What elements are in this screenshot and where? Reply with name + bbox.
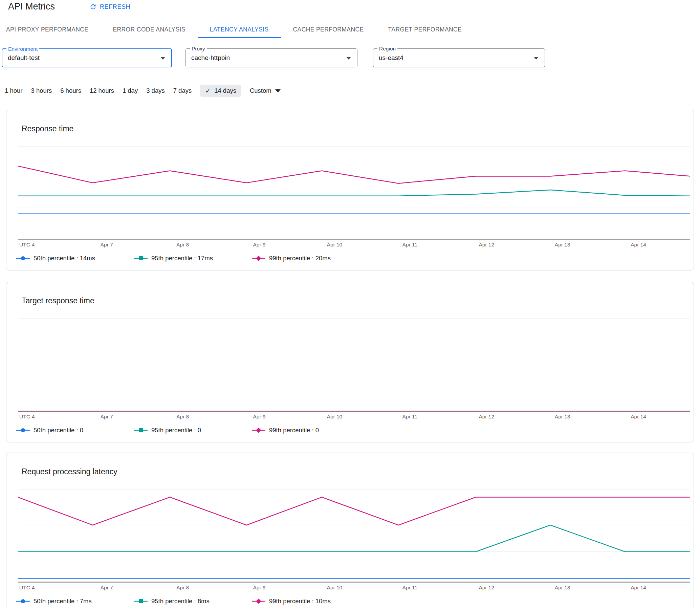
time-range-3-days[interactable]: 3 days — [146, 87, 165, 94]
time-range-label: 14 days — [214, 87, 236, 94]
refresh-label: REFRESH — [100, 3, 130, 11]
legend-label: 99th percentile : 10ms — [269, 597, 331, 605]
tab-target-performance[interactable]: TARGET PERFORMANCE — [376, 21, 474, 38]
time-range-1-hour[interactable]: 1 hour — [5, 87, 22, 94]
series-line-95th-percentile — [18, 525, 690, 552]
tab-label: CACHE PERFORMANCE — [293, 26, 364, 33]
timezone-label: UTC-4 — [19, 414, 35, 420]
chart-legend: 50th percentile : 14ms95th percentile : … — [16, 254, 694, 262]
legend-item-95th-percentile: 95th percentile : 17ms — [134, 254, 252, 262]
chart-card-target-response-time: Target response time UTC-4Apr 7Apr 8Apr … — [6, 282, 694, 442]
time-range-label: 3 hours — [31, 87, 52, 94]
x-tick-label: Apr 10 — [327, 242, 343, 248]
time-range-label: 1 day — [122, 87, 138, 94]
tab-bar: API PROXY PERFORMANCE ERROR CODE ANALYSI… — [0, 21, 700, 38]
time-range-label: 1 hour — [5, 87, 22, 94]
chart-legend: 50th percentile : 095th percentile : 099… — [16, 426, 694, 434]
proxy-select-label: Proxy — [190, 45, 207, 52]
x-tick-label: Apr 7 — [100, 414, 113, 420]
x-tick-label: Apr 13 — [555, 242, 570, 248]
chart-card-response-time: Response time UTC-4Apr 7Apr 8Apr 9Apr 10… — [6, 110, 694, 270]
series-line-95th-percentile — [18, 190, 690, 196]
time-range-label: 6 hours — [60, 87, 81, 94]
tab-cache-performance[interactable]: CACHE PERFORMANCE — [281, 21, 376, 38]
chart-legend: 50th percentile : 7ms95th percentile : 8… — [16, 597, 694, 605]
x-tick-label: Apr 8 — [176, 414, 189, 420]
legend-marker-diamond-icon — [252, 427, 265, 433]
legend-item-99th-percentile: 99th percentile : 0 — [252, 426, 319, 434]
environment-select-value: default-test — [2, 54, 40, 62]
x-axis-labels: UTC-4Apr 7Apr 8Apr 9Apr 10Apr 11Apr 12Ap… — [18, 242, 690, 249]
x-tick-label: Apr 10 — [327, 585, 343, 591]
time-range-6-hours[interactable]: 6 hours — [60, 87, 81, 94]
time-range-label: 3 days — [146, 87, 165, 94]
chart-title: Target response time — [6, 282, 694, 305]
x-tick-label: Apr 7 — [100, 242, 113, 248]
checkmark-icon: ✓ — [205, 88, 210, 94]
plot-area — [18, 146, 690, 240]
custom-range-label: Custom — [250, 87, 271, 94]
legend-item-95th-percentile: 95th percentile : 8ms — [134, 597, 252, 605]
caret-down-icon — [275, 89, 281, 92]
legend-item-50th-percentile: 50th percentile : 14ms — [16, 254, 134, 262]
region-select-value: us-east4 — [373, 54, 403, 62]
line-chart — [18, 489, 690, 583]
plot-area — [18, 489, 690, 583]
x-tick-label: Apr 14 — [630, 414, 646, 420]
time-range-label: 12 hours — [90, 87, 114, 94]
legend-marker-square-icon — [134, 255, 148, 261]
proxy-select-value: cache-httpbin — [186, 54, 230, 62]
x-tick-label: Apr 8 — [176, 585, 189, 591]
time-range-1-day[interactable]: 1 day — [122, 87, 138, 94]
legend-item-95th-percentile: 95th percentile : 0 — [134, 426, 252, 434]
series-line-99th-percentile — [18, 497, 690, 526]
x-tick-label: Apr 14 — [630, 585, 646, 591]
tab-latency-analysis[interactable]: LATENCY ANALYSIS — [198, 21, 281, 38]
x-tick-label: Apr 9 — [253, 242, 265, 248]
environment-select-label: Environment — [6, 46, 39, 52]
timezone-label: UTC-4 — [19, 242, 35, 248]
refresh-icon — [89, 3, 97, 11]
time-range-bar: 1 hour3 hours6 hours12 hours1 day3 days7… — [0, 84, 700, 97]
x-tick-label: Apr 11 — [402, 585, 418, 591]
x-tick-label: Apr 10 — [327, 414, 343, 420]
proxy-select[interactable]: Proxy cache-httpbin — [186, 49, 357, 68]
legend-label: 95th percentile : 17ms — [151, 254, 213, 262]
legend-label: 95th percentile : 0 — [151, 426, 201, 434]
legend-label: 50th percentile : 0 — [34, 426, 83, 434]
legend-item-99th-percentile: 99th percentile : 10ms — [252, 597, 331, 605]
time-range-12-hours[interactable]: 12 hours — [90, 87, 114, 94]
time-range-custom[interactable]: Custom — [250, 87, 281, 94]
chevron-down-icon — [160, 57, 165, 60]
legend-label: 99th percentile : 20ms — [269, 254, 331, 262]
environment-select[interactable]: Environment default-test — [2, 49, 172, 68]
series-line-99th-percentile — [18, 166, 690, 183]
legend-marker-square-icon — [134, 427, 148, 433]
refresh-button[interactable]: REFRESH — [89, 3, 130, 11]
x-axis-labels: UTC-4Apr 7Apr 8Apr 9Apr 10Apr 11Apr 12Ap… — [18, 585, 690, 592]
x-tick-label: Apr 11 — [402, 242, 418, 248]
legend-marker-circle-icon — [16, 255, 30, 261]
chart-card-request-processing-latency: Request processing latency UTC-4Apr 7Apr… — [6, 453, 694, 608]
x-tick-label: Apr 14 — [630, 242, 646, 248]
time-range-7-days[interactable]: 7 days — [173, 87, 192, 94]
tab-label: ERROR CODE ANALYSIS — [113, 26, 185, 33]
x-tick-label: Apr 13 — [555, 585, 570, 591]
tab-label: API PROXY PERFORMANCE — [6, 26, 88, 33]
legend-marker-diamond-icon — [252, 255, 265, 261]
time-range-3-hours[interactable]: 3 hours — [31, 87, 52, 94]
legend-marker-circle-icon — [16, 598, 30, 604]
tab-api-proxy-performance[interactable]: API PROXY PERFORMANCE — [0, 21, 100, 38]
filter-row: Environment default-test Proxy cache-htt… — [0, 49, 700, 68]
legend-marker-square-icon — [134, 598, 148, 604]
tab-label: TARGET PERFORMANCE — [388, 26, 462, 33]
time-range-14-days[interactable]: ✓14 days — [200, 84, 241, 97]
x-tick-label: Apr 13 — [555, 414, 570, 420]
region-select-label: Region — [377, 45, 397, 52]
region-select[interactable]: Region us-east4 — [373, 49, 545, 68]
chart-title: Request processing latency — [6, 453, 694, 476]
tab-error-code-analysis[interactable]: ERROR CODE ANALYSIS — [100, 21, 197, 38]
legend-item-50th-percentile: 50th percentile : 7ms — [16, 597, 134, 605]
x-tick-label: Apr 7 — [100, 585, 113, 591]
plot-area — [18, 318, 690, 412]
